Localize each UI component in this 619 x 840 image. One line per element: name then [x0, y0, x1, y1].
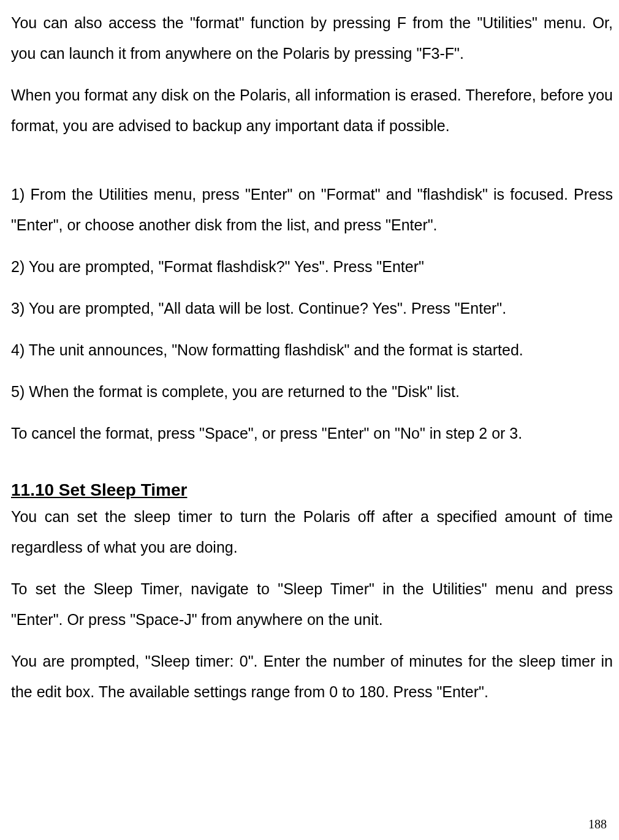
- step-1: 1) From the Utilities menu, press "Enter…: [11, 179, 613, 240]
- section-paragraph-1: You can set the sleep timer to turn the …: [11, 501, 613, 562]
- document-page: You can also access the "format" functio…: [0, 0, 619, 840]
- page-number: 188: [588, 817, 607, 831]
- cancel-note: To cancel the format, press "Space", or …: [11, 418, 613, 448]
- step-4: 4) The unit announces, "Now formatting f…: [11, 335, 613, 365]
- section-paragraph-3: You are prompted, "Sleep timer: 0". Ente…: [11, 646, 613, 707]
- step-3: 3) You are prompted, "All data will be l…: [11, 293, 613, 324]
- paragraph-intro-2: When you format any disk on the Polaris,…: [11, 80, 613, 141]
- spacer: [11, 152, 613, 179]
- section-paragraph-2: To set the Sleep Timer, navigate to "Sle…: [11, 573, 613, 635]
- step-2: 2) You are prompted, "Format flashdisk?"…: [11, 251, 613, 282]
- step-5: 5) When the format is complete, you are …: [11, 376, 613, 407]
- section-heading-sleep-timer: 11.10 Set Sleep Timer: [11, 480, 613, 500]
- paragraph-intro-1: You can also access the "format" functio…: [11, 7, 613, 69]
- spacer: [11, 460, 613, 480]
